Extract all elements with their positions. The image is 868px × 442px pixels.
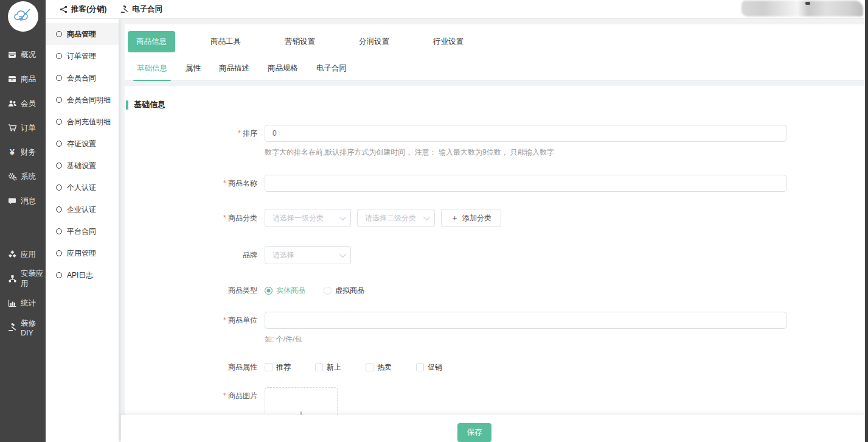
circle-icon: [56, 250, 62, 256]
submenu-item-platform-contract[interactable]: 平台合同: [46, 220, 119, 242]
orders-icon: [7, 123, 17, 133]
radio-icon: [324, 287, 332, 295]
subtab-basic-info[interactable]: 基础信息: [137, 58, 167, 80]
sidebar-item-label: 装修DIY: [21, 318, 46, 337]
submenu-item-label: 平台合同: [67, 226, 96, 237]
sidebar-item-install-apps[interactable]: 安装应用: [0, 267, 46, 291]
topbar-item-label: 推客(分销): [71, 4, 106, 15]
category-level1-placeholder: 请选择一级分类: [273, 213, 324, 223]
sidebar-item-diy[interactable]: 装修DIY: [0, 315, 46, 340]
sidebar-item-messages[interactable]: 消息: [0, 189, 46, 213]
unit-input[interactable]: [265, 312, 786, 329]
user-info-redacted[interactable]: [741, 1, 863, 16]
category-level2-placeholder: 请选择二级分类: [365, 213, 416, 223]
brand-placeholder: 请选择: [273, 250, 294, 261]
form-panel: 基础信息 排序 数字大的排名在前,默认排序方式为创建时间， 注意： 输入最大数为…: [125, 86, 864, 427]
radio-icon: [265, 287, 273, 295]
circle-icon: [56, 206, 62, 212]
checkbox-label: 热卖: [377, 362, 392, 373]
submenu-item-contract-recharge-detail[interactable]: 合同充值明细: [46, 111, 119, 133]
submenu-item-evidence-settings[interactable]: 存证设置: [46, 133, 119, 155]
save-button[interactable]: 保存: [457, 423, 491, 442]
topbar-item-distribution[interactable]: 推客(分销): [59, 4, 106, 15]
submenu-item-app-management[interactable]: 应用管理: [46, 242, 119, 264]
product-name-input[interactable]: [265, 175, 786, 192]
logo[interactable]: [0, 0, 46, 35]
add-category-button[interactable]: ＋ 添加分类: [441, 209, 501, 227]
unit-hint: 如: 个/件/包: [265, 334, 864, 345]
topbar-item-label: 电子合同: [132, 4, 162, 15]
section-accent-bar: [126, 100, 128, 110]
diy-icon: [7, 323, 17, 332]
submenu-item-label: 企业认证: [67, 205, 96, 215]
submenu-item-basic-settings[interactable]: 基础设置: [46, 155, 119, 177]
sort-hint: 数字大的排名在前,默认排序方式为创建时间， 注意： 输入最大数为9位数， 只能输…: [265, 147, 864, 158]
submenu-item-member-contract[interactable]: 会员合同: [46, 67, 119, 89]
form-row-category: 商品分类 请选择一级分类 请选择二级分类 ＋ 添加分类: [125, 209, 864, 227]
submenu-item-product-management[interactable]: 商品管理: [46, 23, 119, 45]
checkbox-new[interactable]: 新上: [315, 362, 341, 373]
subtab-attributes[interactable]: 属性: [186, 58, 201, 80]
submenu-item-label: 基础设置: [67, 161, 96, 171]
members-icon: [7, 99, 17, 108]
cloud-sign-logo-icon: [12, 5, 34, 27]
circle-icon: [56, 119, 62, 125]
tab-industry-settings[interactable]: 行业设置: [425, 31, 472, 52]
circle-icon: [56, 53, 62, 59]
subtab-econtract[interactable]: 电子合同: [316, 58, 347, 80]
submenu-item-enterprise-auth[interactable]: 企业认证: [46, 198, 119, 220]
sidebar-item-label: 消息: [21, 196, 36, 206]
sidebar-item-products[interactable]: 商品: [0, 67, 46, 91]
sort-input[interactable]: [265, 125, 786, 142]
sidebar-item-label: 应用: [21, 250, 36, 260]
type-label: 商品类型: [125, 282, 265, 299]
submenu-item-label: 订单管理: [67, 51, 96, 61]
circle-icon: [56, 272, 62, 278]
tab-product-tools[interactable]: 商品工具: [202, 31, 249, 52]
submenu-item-api-log[interactable]: API日志: [46, 264, 119, 286]
submenu-item-label: 存证设置: [67, 139, 96, 149]
brand-select[interactable]: 请选择: [265, 246, 351, 264]
category-level2-select[interactable]: 请选择二级分类: [357, 209, 435, 227]
sidebar-item-members[interactable]: 会员: [0, 91, 46, 116]
checkbox-label: 促销: [428, 362, 442, 373]
sidebar-item-label: 会员: [21, 99, 36, 109]
submenu-item-label: 合同充值明细: [67, 117, 111, 127]
secondary-sidebar: 商品管理 订单管理 会员合同 会员合同明细 合同充值明细 存证设置 基础设置 个…: [46, 19, 119, 442]
primary-sidebar: 概况 商品 会员 订单 ¥ 财务 系统: [0, 0, 46, 442]
radio-label: 实体商品: [276, 286, 305, 296]
subtab-description[interactable]: 商品描述: [219, 58, 249, 80]
topbar-item-econtract[interactable]: 电子合同: [120, 4, 162, 15]
checkbox-recommend[interactable]: 推荐: [265, 362, 291, 373]
add-category-label: 添加分类: [462, 213, 491, 223]
circle-icon: [56, 75, 62, 81]
sidebar-item-apps[interactable]: 应用: [0, 242, 46, 267]
form-row-unit: 商品单位 如: 个/件/包: [125, 312, 864, 345]
sidebar-item-finance[interactable]: ¥ 财务: [0, 140, 46, 164]
sidebar-item-orders[interactable]: 订单: [0, 116, 46, 140]
sidebar-item-stats[interactable]: 统计: [0, 291, 46, 315]
tab-profit-settings[interactable]: 分润设置: [350, 31, 398, 52]
radio-physical-product[interactable]: 实体商品: [265, 286, 305, 296]
right-edge-stripe: [865, 0, 868, 442]
submenu-item-personal-auth[interactable]: 个人认证: [46, 177, 119, 198]
submenu-item-label: API日志: [67, 270, 93, 281]
tab-marketing-settings[interactable]: 营销设置: [276, 31, 324, 52]
subtab-specs[interactable]: 商品规格: [268, 58, 298, 80]
checkbox-hot[interactable]: 热卖: [366, 362, 392, 373]
sidebar-item-label: 商品: [21, 74, 36, 85]
submenu-item-member-contract-detail[interactable]: 会员合同明细: [46, 89, 119, 111]
section-title: 基础信息: [126, 99, 864, 110]
tab-product-info[interactable]: 商品信息: [128, 31, 175, 52]
submenu-item-label: 个人认证: [67, 183, 96, 193]
share-icon: [59, 5, 68, 14]
category-level1-select[interactable]: 请选择一级分类: [265, 209, 351, 227]
submenu-item-order-management[interactable]: 订单管理: [46, 45, 119, 67]
radio-virtual-product[interactable]: 虚拟商品: [324, 286, 364, 296]
sidebar-item-label: 安装应用: [21, 268, 46, 289]
circle-icon: [56, 184, 62, 191]
sidebar-item-overview[interactable]: 概况: [0, 43, 46, 67]
sidebar-item-system[interactable]: 系统: [0, 164, 46, 189]
checkbox-promo[interactable]: 促销: [416, 362, 442, 373]
product-icon: [7, 74, 17, 84]
